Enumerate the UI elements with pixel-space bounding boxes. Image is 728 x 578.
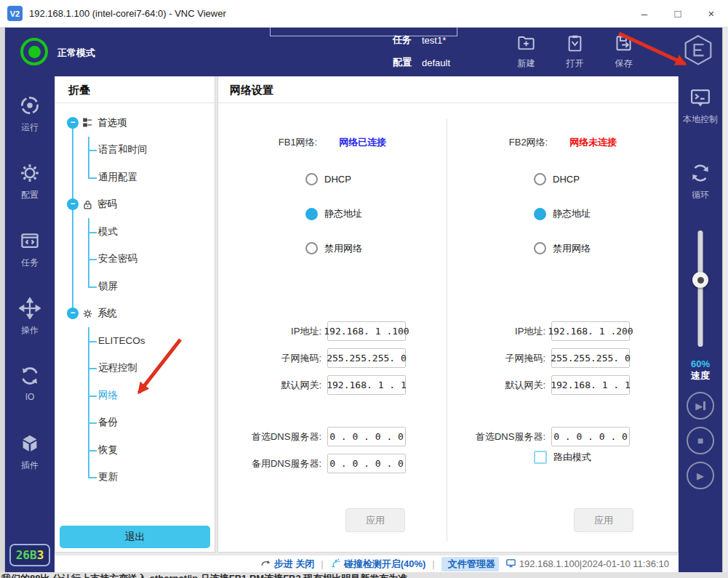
fb1-gateway-input[interactable]: 192.168. 1 . 1	[327, 375, 406, 395]
collapse-icon[interactable]: −	[67, 308, 79, 319]
gear-icon	[19, 162, 41, 186]
exit-button[interactable]: 退出	[60, 526, 210, 548]
fb1-dns2-label: 备用DNS服务器:	[252, 457, 321, 470]
fb2-apply-button[interactable]: 应用	[574, 508, 633, 532]
separator: |	[321, 558, 323, 569]
file-manager-button[interactable]: 文件管理器	[441, 557, 499, 571]
nav-task-button[interactable]: 任务	[5, 230, 55, 269]
fb2-gateway-label: 默认网关:	[505, 379, 545, 392]
speed-label: 速度	[679, 370, 722, 382]
task-value: test1*	[422, 35, 446, 46]
background-window-edge-left	[0, 28, 5, 572]
terminal-icon	[689, 87, 711, 111]
nav-operate-button[interactable]: 操作	[5, 297, 55, 337]
close-button[interactable]: ×	[695, 0, 728, 27]
fb2-route-mode-option[interactable]: 路由模式	[534, 451, 591, 464]
tree-item-elitecos[interactable]: ELITECOs	[55, 327, 215, 355]
tree-item-language-time[interactable]: 语言和时间	[55, 137, 215, 164]
window-controls: – □ ×	[628, 0, 728, 27]
connection-text: 192.168.1.100|2024-01-10 11:36:10	[519, 558, 669, 569]
connection-status: 192.168.1.100|2024-01-10 11:36:10	[505, 558, 669, 571]
stop-icon: ■	[697, 435, 703, 446]
tree-item-mode[interactable]: 模式	[55, 218, 215, 246]
nav-operate-label: 操作	[21, 324, 39, 337]
minimize-button[interactable]: –	[628, 0, 661, 27]
tree-item-restore[interactable]: 恢复	[55, 436, 215, 464]
network-settings-body: FB1网络: 网络已连接 DHCP 静态地址 禁用网络	[218, 103, 678, 551]
elite-robots-logo-icon[interactable]	[679, 33, 717, 71]
fb1-dns1-label: 首选DNS服务器:	[252, 430, 321, 443]
local-control-button[interactable]: 本地控制	[679, 87, 722, 126]
status-badge: 26B3	[9, 544, 50, 566]
nav-config-button[interactable]: 配置	[5, 162, 55, 201]
radio-label: 禁用网络	[553, 242, 591, 255]
play-button[interactable]: ▶	[687, 462, 714, 489]
nav-io-button[interactable]: IO	[5, 365, 55, 402]
radio-icon[interactable]	[305, 173, 318, 185]
fb2-radio-static[interactable]: 静态地址	[534, 197, 591, 232]
fb1-dns2-input[interactable]: 0 . 0 . 0 . 0	[327, 454, 406, 473]
step-mode-toggle[interactable]: 步进 关闭	[260, 558, 315, 571]
monitor-icon	[505, 558, 516, 571]
tree-header[interactable]: 折叠	[55, 76, 215, 103]
tree-group-label: 首选项	[97, 116, 127, 129]
tree-item-remote-control[interactable]: 远程控制	[55, 355, 215, 382]
maximize-button[interactable]: □	[661, 0, 695, 27]
fb1-dns1-input[interactable]: 0 . 0 . 0 . 0	[327, 427, 406, 446]
fb2-mask-input[interactable]: 255.255.255. 0	[551, 348, 630, 368]
background-clipped-text: 我们的88比 分认行上支持方变送入 ethernet/ip 只连接FB1 RM连…	[0, 572, 728, 578]
checkbox-icon[interactable]	[534, 451, 547, 464]
fb2-ip-input[interactable]: 192.168. 1 .200	[551, 321, 630, 341]
collision-detection-toggle[interactable]: 碰撞检测开启(40%)	[330, 558, 426, 571]
save-icon	[614, 33, 633, 55]
fb2-radio-disable[interactable]: 禁用网络	[534, 231, 591, 266]
fb1-mask-input[interactable]: 255.255.255. 0	[327, 348, 406, 368]
nav-plugin-button[interactable]: 插件	[5, 433, 55, 472]
fb1-ip-input[interactable]: 192.168. 1 .100	[327, 321, 406, 341]
tree-children: 模式 安全密码 锁屏	[55, 218, 215, 300]
fb2-status: 网络未连接	[569, 136, 617, 149]
fb1-radio-disable[interactable]: 禁用网络	[305, 231, 362, 266]
radio-icon[interactable]	[534, 242, 546, 254]
open-task-button[interactable]: 打开	[554, 33, 596, 70]
fb1-apply-button[interactable]: 应用	[345, 508, 405, 532]
toolbar-actions: 新建 打开	[505, 33, 644, 70]
loop-button[interactable]: 循环	[679, 162, 722, 201]
collapse-icon[interactable]: −	[67, 117, 79, 129]
tree-group-preferences[interactable]: − 首选项	[55, 109, 215, 137]
fb1-status: 网络已连接	[339, 136, 386, 149]
tree-item-backup[interactable]: 备份	[55, 409, 215, 437]
speed-slider[interactable]	[698, 230, 703, 347]
step-mode-label: 步进 关闭	[274, 558, 315, 571]
fb2-column: FB2网络: 网络未连接 DHCP 静态地址 禁用网络	[447, 103, 679, 551]
fb1-radio-static[interactable]: 静态地址	[305, 197, 362, 232]
stop-button[interactable]: ■	[687, 427, 714, 454]
tree-item-update[interactable]: 更新	[55, 464, 215, 491]
fb2-dns1-input[interactable]: 0 . 0 . 0 . 0	[551, 427, 630, 446]
radio-icon[interactable]	[305, 242, 318, 254]
tree-group-system[interactable]: − 系统	[55, 300, 215, 328]
fb1-ip-label: IP地址:	[291, 325, 321, 338]
tree-item-lock-screen[interactable]: 锁屏	[55, 273, 215, 300]
tree-item-security-password[interactable]: 安全密码	[55, 246, 215, 273]
new-file-icon	[516, 33, 536, 55]
radio-checked-icon[interactable]	[534, 208, 546, 220]
fb2-gateway-input[interactable]: 192.168. 1 . 1	[551, 375, 630, 395]
tree-item-general-config[interactable]: 通用配置	[55, 164, 215, 191]
tree-children: 语言和时间 通用配置	[55, 137, 215, 191]
tree-group-password[interactable]: − 密码	[55, 191, 215, 219]
radio-checked-icon[interactable]	[305, 208, 318, 220]
collapse-icon[interactable]: −	[67, 198, 79, 210]
save-task-button[interactable]: 保存	[603, 33, 644, 70]
window-title: 192.168.1.100 (intel-corei7-64:0) - VNC …	[29, 8, 226, 19]
collision-detection-label: 碰撞检测开启(40%)	[344, 558, 426, 571]
speed-slider-handle[interactable]	[692, 272, 708, 288]
fb1-radio-dhcp[interactable]: DHCP	[305, 162, 362, 197]
step-forward-button[interactable]: ▶	[687, 392, 714, 420]
new-task-button[interactable]: 新建	[505, 33, 547, 70]
fb2-radio-dhcp[interactable]: DHCP	[534, 162, 591, 197]
nav-run-button[interactable]: 运行	[5, 95, 55, 134]
tree-item-network[interactable]: 网络	[55, 382, 215, 409]
nav-io-label: IO	[25, 392, 35, 402]
radio-icon[interactable]	[534, 173, 546, 185]
